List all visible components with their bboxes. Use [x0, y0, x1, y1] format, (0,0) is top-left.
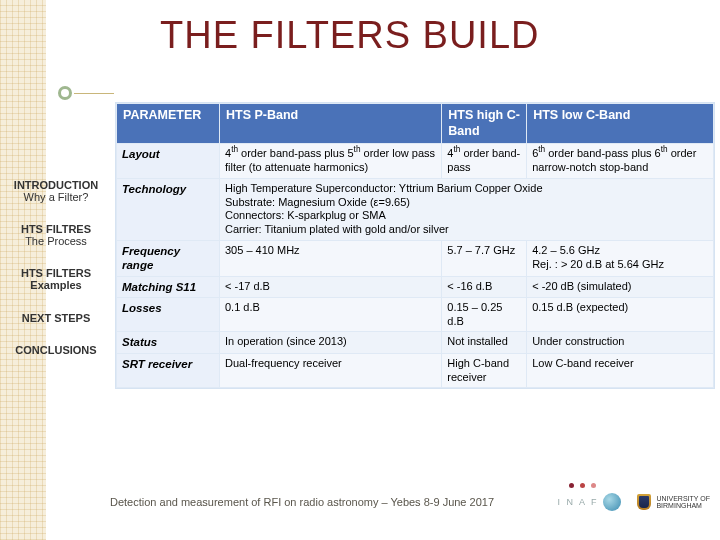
bham-text: UNIVERSITY OF BIRMINGHAM	[656, 495, 710, 509]
cell-layout-0: 4th order band-pass plus 5th order low p…	[220, 144, 442, 179]
cell-loss-2: 0.15 d.B (expected)	[527, 297, 714, 332]
table-body: Layout 4th order band-pass plus 5th orde…	[117, 144, 714, 388]
row-receiver: SRT receiver Dual-frequency receiver Hig…	[117, 353, 714, 388]
cell-match-1: < -16 d.B	[442, 276, 527, 297]
row-frequency: Frequency range 305 – 410 MHz 5.7 – 7.7 …	[117, 240, 714, 276]
col-pband: HTS P-Band	[220, 104, 442, 144]
nav-process-sub: The Process	[6, 235, 106, 247]
decorative-dots	[569, 483, 596, 488]
row-freq-hdr: Frequency range	[117, 240, 220, 276]
cell-status-1: Not installed	[442, 332, 527, 353]
nav-next-title: NEXT STEPS	[22, 312, 90, 324]
row-recv-hdr: SRT receiver	[117, 353, 220, 388]
row-tech-hdr: Technology	[117, 178, 220, 240]
footer: Detection and measurement of RFI on radi…	[110, 490, 710, 514]
bullet-line	[74, 93, 114, 94]
nav-sidebar: INTRODUCTION Why a Filter? HTS FILTRES T…	[0, 176, 112, 373]
cell-loss-1: 0.15 – 0.25 d.B	[442, 297, 527, 332]
footer-logos: I N A F UNIVERSITY OF BIRMINGHAM	[557, 493, 710, 511]
cell-freq-0: 305 – 410 MHz	[220, 240, 442, 276]
nav-conclusions[interactable]: CONCLUSIONS	[0, 341, 112, 359]
cell-match-0: < -17 d.B	[220, 276, 442, 297]
cell-freq-2: 4.2 – 5.6 GHzRej. : > 20 d.B at 5.64 GHz	[527, 240, 714, 276]
bullet-icon	[58, 86, 72, 100]
inaf-globe-icon	[603, 493, 621, 511]
cell-recv-2: Low C-band receiver	[527, 353, 714, 388]
nav-intro-sub: Why a Filter?	[6, 191, 106, 203]
cell-tech-all: High Temperature Superconductor: Yttrium…	[220, 178, 714, 240]
row-matching: Matching S11 < -17 d.B < -16 d.B < -20 d…	[117, 276, 714, 297]
row-match-hdr: Matching S11	[117, 276, 220, 297]
logo-birmingham: UNIVERSITY OF BIRMINGHAM	[637, 494, 710, 510]
col-high-c: HTS high C-Band	[442, 104, 527, 144]
shield-icon	[637, 494, 651, 510]
cell-layout-1: 4th order band-pass	[442, 144, 527, 179]
row-layout-hdr: Layout	[117, 144, 220, 179]
nav-process[interactable]: HTS FILTRES The Process	[0, 220, 112, 250]
nav-next[interactable]: NEXT STEPS	[0, 309, 112, 327]
row-loss-hdr: Losses	[117, 297, 220, 332]
cell-match-2: < -20 dB (simulated)	[527, 276, 714, 297]
col-parameter: PARAMETER	[117, 104, 220, 144]
cell-loss-0: 0.1 d.B	[220, 297, 442, 332]
nav-examples-sub: Examples	[6, 279, 106, 291]
cell-layout-2: 6th order band-pass plus 6th order narro…	[527, 144, 714, 179]
row-status: Status In operation (since 2013) Not ins…	[117, 332, 714, 353]
col-low-c: HTS low C-Band	[527, 104, 714, 144]
parameter-table: PARAMETER HTS P-Band HTS high C-Band HTS…	[116, 103, 714, 388]
cell-status-0: In operation (since 2013)	[220, 332, 442, 353]
nav-conclusions-title: CONCLUSIONS	[15, 344, 96, 356]
row-technology: Technology High Temperature Superconduct…	[117, 178, 714, 240]
row-losses: Losses 0.1 d.B 0.15 – 0.25 d.B 0.15 d.B …	[117, 297, 714, 332]
cell-status-2: Under construction	[527, 332, 714, 353]
nav-intro[interactable]: INTRODUCTION Why a Filter?	[0, 176, 112, 206]
nav-process-title: HTS FILTRES	[21, 223, 91, 235]
footer-caption: Detection and measurement of RFI on radi…	[110, 496, 494, 508]
row-status-hdr: Status	[117, 332, 220, 353]
cell-recv-1: High C-band receiver	[442, 353, 527, 388]
logo-inaf: I N A F	[557, 493, 621, 511]
row-layout: Layout 4th order band-pass plus 5th orde…	[117, 144, 714, 179]
nav-intro-title: INTRODUCTION	[14, 179, 98, 191]
parameter-table-wrap: PARAMETER HTS P-Band HTS high C-Band HTS…	[115, 102, 715, 389]
cell-freq-1: 5.7 – 7.7 GHz	[442, 240, 527, 276]
cell-recv-0: Dual-frequency receiver	[220, 353, 442, 388]
nav-examples-title: HTS FILTERS	[21, 267, 91, 279]
table-header-row: PARAMETER HTS P-Band HTS high C-Band HTS…	[117, 104, 714, 144]
nav-examples[interactable]: HTS FILTERS Examples	[0, 264, 112, 294]
slide-title: THE FILTERS BUILD	[160, 14, 539, 57]
inaf-text: I N A F	[557, 497, 598, 507]
